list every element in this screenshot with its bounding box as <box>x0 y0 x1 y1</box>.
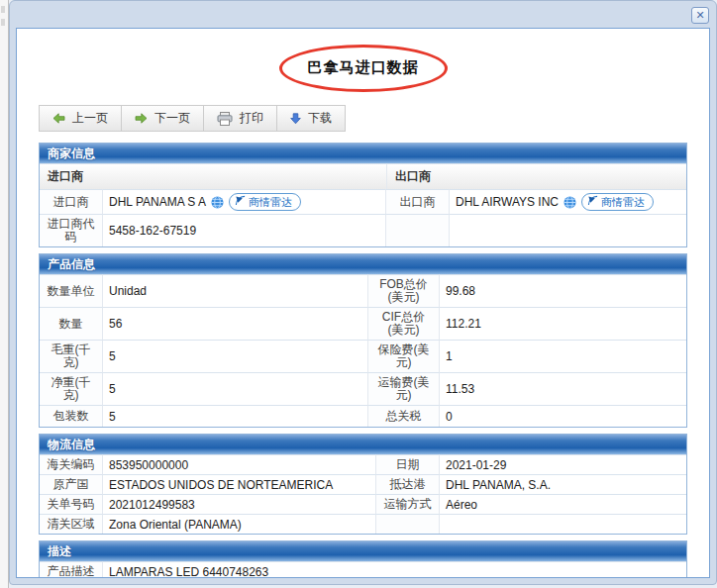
section-header-logistics: 物流信息 <box>40 435 686 454</box>
printer-icon <box>217 112 233 126</box>
field-label: 运输费(美元) <box>368 372 440 405</box>
page-title: 巴拿马进口数据 <box>308 58 419 75</box>
field-value: 1 <box>440 340 686 372</box>
logistics-table: 海关编码 853950000000 日期 2021-01-29 原产国 ESTA… <box>40 454 686 534</box>
section-logistics: 物流信息 海关编码 853950000000 日期 2021-01-29 原产国… <box>39 434 687 535</box>
sections: 商家信息 进口商 出口商 进口商 DHL PANAMA S A <box>39 143 687 578</box>
field-label: 总关税 <box>368 405 440 427</box>
field-label: CIF总价(美元) <box>368 307 440 340</box>
empty-cell <box>450 214 686 246</box>
field-label: 毛重(千克) <box>40 340 103 372</box>
radar-icon <box>587 195 598 209</box>
field-label: 数量 <box>40 307 103 340</box>
field-value: 99.68 <box>440 274 686 307</box>
radar-icon <box>235 195 246 209</box>
download-arrow-icon <box>290 113 301 125</box>
field-label: 清关区域 <box>40 514 103 534</box>
field-label: 抵达港 <box>376 474 440 494</box>
exporter-label: 出口商 <box>386 189 450 214</box>
importer-name: DHL PANAMA S A <box>109 195 206 209</box>
field-label: 数量单位 <box>40 274 103 307</box>
print-label: 打印 <box>240 110 263 127</box>
importer-group-header: 进口商 <box>40 163 386 189</box>
field-value: ESTADOS UNIDOS DE NORTEAMERICA <box>103 474 376 494</box>
exporter-value-cell: DHL AIRWAYS INC 商情雷达 <box>450 189 686 214</box>
merchant-table: 进口商 出口商 进口商 DHL PANAMA S A 商情雷达 <box>40 163 686 246</box>
badge-label: 商情雷达 <box>249 196 292 209</box>
importer-code-label: 进口商代码 <box>40 214 103 246</box>
section-product: 产品信息 数量单位 Unidad FOB总价(美元) 99.68 数量 56 C… <box>39 253 687 428</box>
importer-label: 进口商 <box>40 189 103 214</box>
prev-page-button[interactable]: 上一页 <box>40 106 122 131</box>
section-header-product: 产品信息 <box>40 254 686 274</box>
next-page-label: 下一页 <box>154 110 190 127</box>
section-header-merchant: 商家信息 <box>40 144 686 163</box>
exporter-name: DHL AIRWAYS INC <box>456 195 559 209</box>
exporter-group-header: 出口商 <box>386 163 686 189</box>
description-table: 产品描述 LAMPARAS LED 6440748263 编码描述 <box>40 561 686 578</box>
section-merchant: 商家信息 进口商 出口商 进口商 DHL PANAMA S A <box>39 143 687 247</box>
field-value: Aéreo <box>440 494 686 514</box>
field-label: 净重(千克) <box>40 372 103 405</box>
field-value: 5 <box>103 405 368 427</box>
business-radar-badge[interactable]: 商情雷达 <box>229 193 301 211</box>
field-value: LAMPARAS LED 6440748263 <box>103 561 686 578</box>
field-label: 原产国 <box>40 474 103 494</box>
prev-page-label: 上一页 <box>72 110 108 127</box>
globe-icon[interactable] <box>563 196 576 209</box>
section-description: 描述 产品描述 LAMPARAS LED 6440748263 编码描述 <box>39 540 687 578</box>
badge-label: 商情雷达 <box>601 196 645 209</box>
empty-cell <box>386 214 450 246</box>
arrow-left-icon <box>52 113 65 124</box>
field-label <box>376 514 440 534</box>
field-label: 保险费(美元) <box>368 340 440 372</box>
field-value: Unidad <box>103 274 368 307</box>
field-value: 0 <box>440 405 686 427</box>
product-table: 数量单位 Unidad FOB总价(美元) 99.68 数量 56 CIF总价(… <box>40 274 686 427</box>
print-button[interactable]: 打印 <box>204 106 277 131</box>
download-button[interactable]: 下载 <box>277 106 345 131</box>
field-value: 56 <box>103 307 368 340</box>
globe-icon[interactable] <box>211 196 224 209</box>
field-label: 包装数 <box>40 405 103 427</box>
title-row: 巴拿马进口数据 <box>17 45 709 92</box>
download-label: 下载 <box>308 110 332 127</box>
field-label: 运输方式 <box>376 494 440 514</box>
field-value: Zona Oriental (PANAMA) <box>103 514 376 534</box>
import-data-dialog: ✕ 巴拿马进口数据 上一页 下一页 <box>9 0 717 585</box>
close-icon[interactable]: ✕ <box>691 7 709 24</box>
field-label: 海关编码 <box>40 454 103 474</box>
business-radar-badge[interactable]: 商情雷达 <box>581 193 654 211</box>
field-value: 853950000000 <box>103 454 376 474</box>
field-value: 2021-01-29 <box>440 454 686 474</box>
field-label: 产品描述 <box>40 561 103 578</box>
toolbar: 上一页 下一页 打印 下载 <box>39 105 346 132</box>
field-value: 5 <box>103 372 368 405</box>
importer-code-value: 5458-162-67519 <box>103 214 386 246</box>
red-highlight-ellipse: 巴拿马进口数据 <box>279 45 448 92</box>
field-value: 5 <box>103 340 368 372</box>
section-header-description: 描述 <box>40 541 686 561</box>
field-value: DHL PANAMA, S.A. <box>440 474 686 494</box>
arrow-right-icon <box>135 113 148 124</box>
background-page-edge <box>0 0 9 588</box>
field-value: 2021012499583 <box>103 494 376 514</box>
importer-value-cell: DHL PANAMA S A 商情雷达 <box>103 189 386 214</box>
field-label: 关单号码 <box>40 494 103 514</box>
field-value: 112.21 <box>440 307 686 340</box>
field-label: 日期 <box>376 454 440 474</box>
dialog-content: 巴拿马进口数据 上一页 下一页 打印 <box>16 28 710 578</box>
field-label: FOB总价(美元) <box>368 274 440 307</box>
next-page-button[interactable]: 下一页 <box>122 106 204 131</box>
field-value: 11.53 <box>440 372 686 405</box>
field-value <box>440 514 686 534</box>
